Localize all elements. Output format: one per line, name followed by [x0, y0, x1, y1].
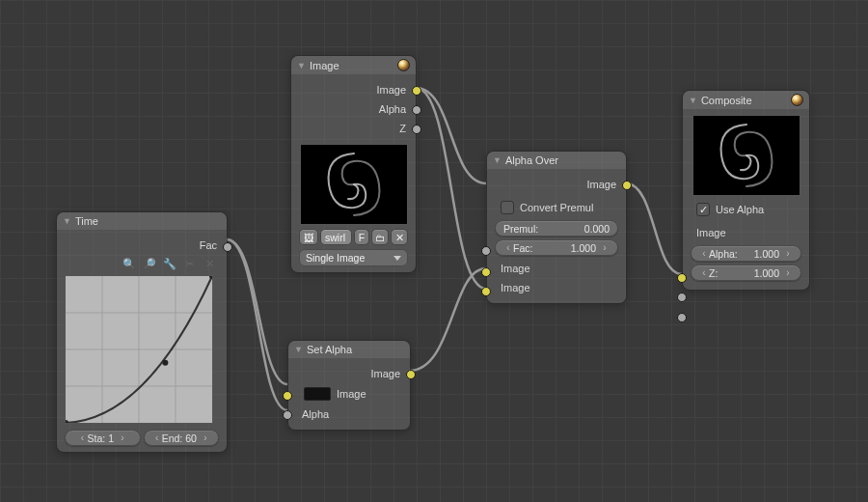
collapse-icon[interactable]: ▼	[63, 216, 71, 226]
input-socket-image-2[interactable]	[481, 287, 491, 296]
chevron-left-icon[interactable]: ‹	[699, 248, 709, 259]
chevron-left-icon[interactable]: ‹	[152, 432, 162, 443]
premul-field[interactable]: Premul: 0.000	[495, 220, 618, 237]
svg-point-6	[162, 360, 168, 366]
output-socket-alpha[interactable]	[412, 105, 421, 115]
end-frame-field[interactable]: ‹ End: 60 ›	[144, 430, 220, 446]
image-thumbnail	[300, 144, 408, 225]
pack-button[interactable]: 🗀	[371, 229, 389, 245]
zoom-in-icon[interactable]: 🔍	[122, 257, 136, 271]
zoom-out-icon[interactable]: 🔎	[142, 257, 156, 271]
node-set-alpha[interactable]: ▼ Set Alpha Image Image Alpha	[287, 340, 411, 431]
material-sphere-icon	[791, 94, 803, 106]
node-header[interactable]: ▼ Image	[291, 56, 416, 74]
clip-icon[interactable]: ✂	[182, 257, 197, 271]
fake-user-button[interactable]: F	[354, 229, 369, 245]
collapse-icon[interactable]: ▼	[689, 96, 697, 105]
time-range: ‹ Sta: 1 › ‹ End: 60 ›	[65, 430, 219, 446]
chevron-left-icon[interactable]: ‹	[699, 267, 709, 278]
chevron-down-icon	[393, 256, 401, 261]
node-title: Time	[75, 215, 98, 227]
node-title: Composite	[701, 95, 752, 106]
node-time[interactable]: ▼ Time Fac 🔍 🔎 🔧 ✂ ✕	[56, 211, 228, 453]
node-header[interactable]: ▼ Alpha Over	[487, 152, 626, 169]
input-socket-z[interactable]	[677, 313, 687, 322]
input-socket-image[interactable]	[677, 273, 687, 283]
chevron-right-icon[interactable]: ›	[118, 432, 127, 443]
collapse-icon[interactable]: ▼	[297, 61, 306, 70]
chevron-right-icon[interactable]: ›	[201, 432, 210, 443]
output-socket-image[interactable]	[622, 181, 632, 190]
close-icon[interactable]: ✕	[203, 257, 217, 271]
output-socket-fac[interactable]	[223, 242, 232, 252]
collapse-icon[interactable]: ▼	[294, 345, 303, 354]
fac-field[interactable]: ‹ Fac: 1.000 ›	[495, 239, 618, 256]
input-socket-alpha[interactable]	[283, 410, 292, 420]
curve-toolbar: 🔍 🔎 🔧 ✂ ✕	[65, 255, 219, 273]
node-header[interactable]: ▼ Composite	[683, 91, 809, 109]
alpha-field[interactable]: ‹ Alpha: 1.000 ›	[691, 245, 801, 262]
image-color-swatch[interactable]	[304, 387, 331, 401]
node-title: Alpha Over	[505, 154, 558, 166]
node-title: Set Alpha	[307, 344, 352, 355]
node-composite[interactable]: ▼ Composite Use Alpha Image ‹ Alpha: 1.0…	[682, 90, 810, 291]
chevron-right-icon[interactable]: ›	[783, 248, 793, 259]
chevron-left-icon[interactable]: ‹	[78, 432, 88, 443]
node-title: Image	[310, 60, 339, 71]
socket-row-fac: Fac	[65, 236, 219, 255]
output-socket-image[interactable]	[406, 370, 416, 379]
node-header[interactable]: ▼ Time	[57, 212, 227, 230]
image-name-field[interactable]: swirl	[320, 229, 352, 245]
output-socket-z[interactable]	[412, 125, 421, 134]
input-socket-image-1[interactable]	[481, 267, 491, 277]
input-socket-fac[interactable]	[481, 246, 491, 256]
wrench-icon[interactable]: 🔧	[162, 257, 176, 271]
chevron-right-icon[interactable]: ›	[600, 242, 610, 253]
node-alpha-over[interactable]: ▼ Alpha Over Image Convert Premul Premul…	[486, 151, 627, 304]
composite-thumbnail	[692, 115, 800, 196]
browse-image-button[interactable]: 🖼	[299, 229, 318, 245]
collapse-icon[interactable]: ▼	[493, 155, 502, 165]
input-socket-image[interactable]	[283, 391, 292, 401]
svg-point-7	[66, 420, 68, 423]
node-image[interactable]: ▼ Image Image Alpha Z 🖼 swirl F 🗀 ✕ Sing…	[290, 55, 417, 273]
image-source-menu[interactable]: Single Image	[299, 249, 408, 266]
use-alpha-checkbox[interactable]	[696, 203, 710, 216]
node-header[interactable]: ▼ Set Alpha	[288, 341, 410, 358]
output-socket-image[interactable]	[412, 86, 421, 96]
input-socket-alpha[interactable]	[677, 293, 687, 302]
chevron-left-icon[interactable]: ‹	[503, 242, 513, 253]
convert-premul-checkbox[interactable]	[501, 201, 514, 214]
start-frame-field[interactable]: ‹ Sta: 1 ›	[65, 430, 141, 446]
svg-point-8	[209, 276, 212, 279]
unlink-button[interactable]: ✕	[391, 229, 408, 245]
material-sphere-icon	[397, 59, 410, 71]
z-field[interactable]: ‹ Z: 1.000 ›	[691, 265, 801, 281]
curve-editor[interactable]	[65, 275, 213, 424]
chevron-right-icon[interactable]: ›	[783, 267, 793, 278]
